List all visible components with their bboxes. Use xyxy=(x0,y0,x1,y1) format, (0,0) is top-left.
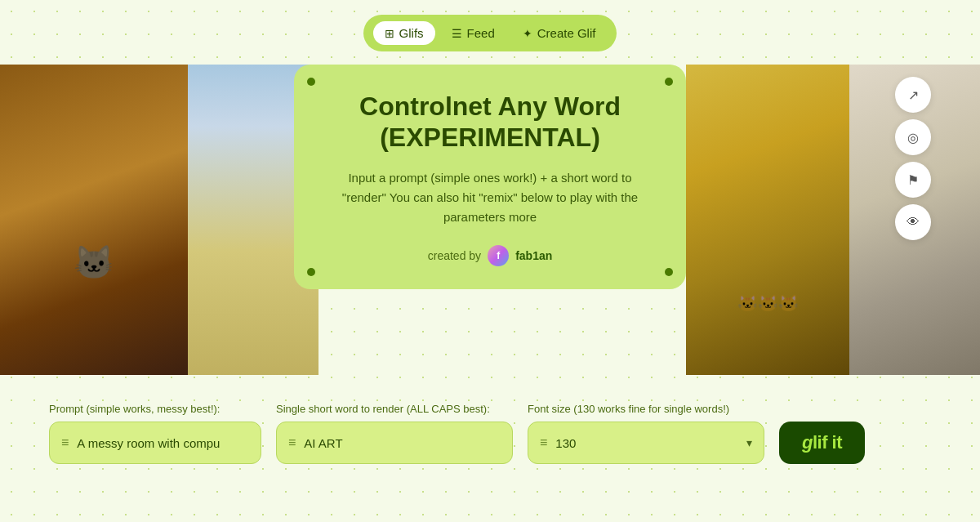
flag-icon: ⚑ xyxy=(907,172,919,188)
card-corner-tl xyxy=(307,78,315,86)
glifs-label: Glifs xyxy=(399,26,424,40)
glifs-icon: ⊞ xyxy=(385,27,394,40)
nav-item-glifs[interactable]: ⊞ Glifs xyxy=(373,21,435,45)
fontsize-value: 130 xyxy=(555,436,738,450)
glif-it-label: glif it xyxy=(802,432,842,453)
eye-icon: 👁 xyxy=(906,215,920,230)
word-input[interactable] xyxy=(304,436,501,450)
image-cat-desert xyxy=(0,65,188,375)
word-icon: ≡ xyxy=(288,435,296,450)
fontsize-label: Font size (130 works fine for single wor… xyxy=(528,403,764,415)
top-navigation: ⊞ Glifs ☰ Feed ✦ Create Glif xyxy=(0,0,980,65)
author-avatar: f xyxy=(488,245,509,266)
feed-label: Feed xyxy=(467,26,495,40)
remix-button[interactable]: ◎ xyxy=(895,119,931,155)
flag-button[interactable]: ⚑ xyxy=(895,162,931,198)
image-cats-group xyxy=(686,65,849,375)
glif-it-button[interactable]: glif it xyxy=(779,422,865,464)
fontsize-icon: ≡ xyxy=(540,435,547,450)
card-corner-br xyxy=(665,268,673,276)
share-icon: ↗ xyxy=(908,87,919,103)
prompt-label: Prompt (simple works, messy best!): xyxy=(49,403,261,415)
prompt-group: Prompt (simple works, messy best!): ≡ xyxy=(49,403,261,464)
fontsize-group: Font size (130 works fine for single wor… xyxy=(528,403,764,464)
card-description: Input a prompt (simple ones work!) + a s… xyxy=(327,168,653,227)
view-button[interactable]: 👁 xyxy=(895,204,931,240)
side-actions: ↗ ◎ ⚑ 👁 xyxy=(895,77,931,240)
create-icon: ✦ xyxy=(523,27,532,40)
word-input-wrap: ≡ xyxy=(276,422,513,464)
share-button[interactable]: ↗ xyxy=(895,77,931,113)
card-corner-bl xyxy=(307,268,315,276)
nav-item-feed[interactable]: ☰ Feed xyxy=(440,21,506,45)
card-corner-tr xyxy=(665,78,673,86)
info-card: Controlnet Any Word (EXPERIMENTAL) Input… xyxy=(294,65,686,289)
create-label: Create Glif xyxy=(537,26,596,40)
author-name: fab1an xyxy=(515,249,552,262)
prompt-input-wrap: ≡ xyxy=(49,422,261,464)
card-title: Controlnet Any Word (EXPERIMENTAL) xyxy=(327,91,653,154)
created-by-label: created by xyxy=(428,249,481,262)
nav-pill: ⊞ Glifs ☰ Feed ✦ Create Glif xyxy=(363,15,617,51)
remix-icon: ◎ xyxy=(907,130,919,145)
nav-item-create[interactable]: ✦ Create Glif xyxy=(511,21,608,45)
prompt-icon: ≡ xyxy=(61,435,69,450)
card-author: created by f fab1an xyxy=(327,245,653,266)
bottom-form: Prompt (simple works, messy best!): ≡ Si… xyxy=(0,383,980,464)
feed-icon: ☰ xyxy=(452,27,462,40)
word-group: Single short word to render (ALL CAPS be… xyxy=(276,403,513,464)
word-label: Single short word to render (ALL CAPS be… xyxy=(276,403,513,415)
chevron-down-icon: ▾ xyxy=(746,436,752,449)
fontsize-select[interactable]: ≡ 130 ▾ xyxy=(528,422,764,464)
prompt-input[interactable] xyxy=(77,436,249,450)
image-section: Controlnet Any Word (EXPERIMENTAL) Input… xyxy=(0,65,980,375)
